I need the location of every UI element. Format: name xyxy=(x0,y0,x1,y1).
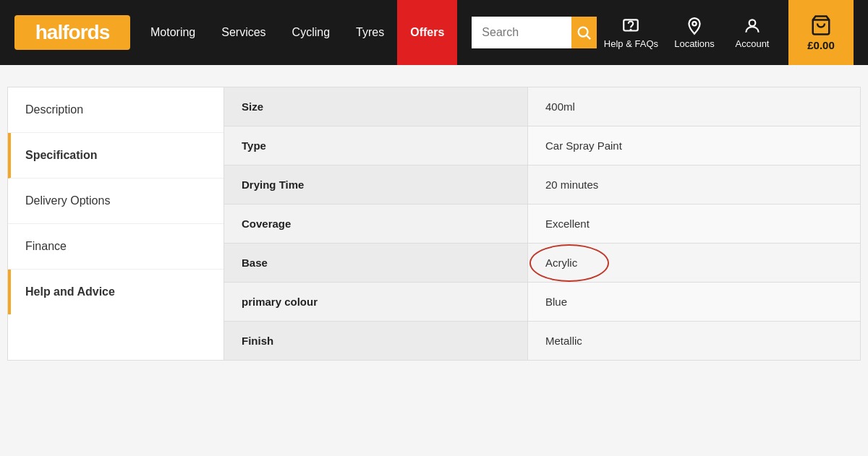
basket-price: £0.00 xyxy=(807,39,835,51)
spec-label-drying-time: Drying Time xyxy=(224,165,528,204)
spec-row-size: Size 400ml xyxy=(224,87,860,126)
spec-value-base-text: Acrylic xyxy=(545,257,577,269)
spec-row-coverage: Coverage Excellent xyxy=(224,205,860,244)
spec-table-area: Size 400ml Type Car Spray Paint Drying T… xyxy=(224,87,861,361)
logo-text: halfords xyxy=(35,21,109,43)
spec-value-base: Acrylic xyxy=(528,244,860,282)
main-content: Description Specification Delivery Optio… xyxy=(0,87,868,361)
help-label: Help & FAQs xyxy=(604,38,658,49)
svg-point-0 xyxy=(579,27,588,37)
spec-value-coverage: Excellent xyxy=(528,205,860,243)
sidebar-item-finance[interactable]: Finance xyxy=(8,224,224,270)
account-icon xyxy=(743,17,762,35)
search-wrapper xyxy=(472,17,597,48)
svg-point-4 xyxy=(692,22,696,25)
sidebar: Description Specification Delivery Optio… xyxy=(7,87,224,361)
spec-row-drying-time: Drying Time 20 minutes xyxy=(224,165,860,205)
search-icon xyxy=(576,25,592,40)
help-faqs-button[interactable]: Help & FAQs xyxy=(604,17,658,49)
nav-motoring[interactable]: Motoring xyxy=(137,0,208,65)
spec-value-finish: Metallic xyxy=(528,322,860,360)
svg-point-5 xyxy=(749,20,756,26)
sidebar-item-delivery-options[interactable]: Delivery Options xyxy=(8,178,224,224)
svg-line-1 xyxy=(587,35,591,39)
spec-row-type: Type Car Spray Paint xyxy=(224,126,860,165)
spec-row-base: Base Acrylic xyxy=(224,244,860,283)
location-icon xyxy=(685,17,704,35)
spec-row-finish: Finish Metallic xyxy=(224,322,860,360)
nav-tyres[interactable]: Tyres xyxy=(343,0,397,65)
spec-table: Size 400ml Type Car Spray Paint Drying T… xyxy=(224,87,861,361)
locations-button[interactable]: Locations xyxy=(673,17,716,49)
spec-label-type: Type xyxy=(224,126,528,165)
nav-services[interactable]: Services xyxy=(208,0,278,65)
spec-label-finish: Finish xyxy=(224,322,528,360)
account-label: Account xyxy=(736,38,770,49)
sidebar-item-help-advice[interactable]: Help and Advice xyxy=(8,270,224,314)
search-input[interactable] xyxy=(472,17,571,48)
spec-label-size: Size xyxy=(224,87,528,126)
help-icon xyxy=(621,17,640,35)
account-button[interactable]: Account xyxy=(731,17,774,49)
svg-point-3 xyxy=(631,29,631,30)
basket-button[interactable]: £0.00 xyxy=(788,0,854,65)
spec-row-primary-colour: primary colour Blue xyxy=(224,283,860,322)
header-actions: Help & FAQs Locations Account £0.00 xyxy=(604,0,854,65)
header: halfords Motoring Services Cycling Tyres… xyxy=(0,0,868,65)
logo[interactable]: halfords xyxy=(14,15,130,50)
spec-label-coverage: Coverage xyxy=(224,205,528,243)
locations-label: Locations xyxy=(674,38,715,49)
spec-label-base: Base xyxy=(224,244,528,282)
basket-icon xyxy=(810,14,832,36)
spec-value-size: 400ml xyxy=(528,87,860,126)
search-button[interactable] xyxy=(571,17,597,48)
main-nav: Motoring Services Cycling Tyres Offers xyxy=(137,0,457,65)
nav-cycling[interactable]: Cycling xyxy=(279,0,343,65)
spec-value-type: Car Spray Paint xyxy=(528,126,860,165)
spec-label-primary-colour: primary colour xyxy=(224,283,528,321)
nav-offers[interactable]: Offers xyxy=(397,0,457,65)
spec-value-drying-time: 20 minutes xyxy=(528,165,860,204)
sidebar-item-description[interactable]: Description xyxy=(8,87,224,133)
sidebar-item-specification[interactable]: Specification xyxy=(8,133,224,178)
spec-value-primary-colour: Blue xyxy=(528,283,860,321)
